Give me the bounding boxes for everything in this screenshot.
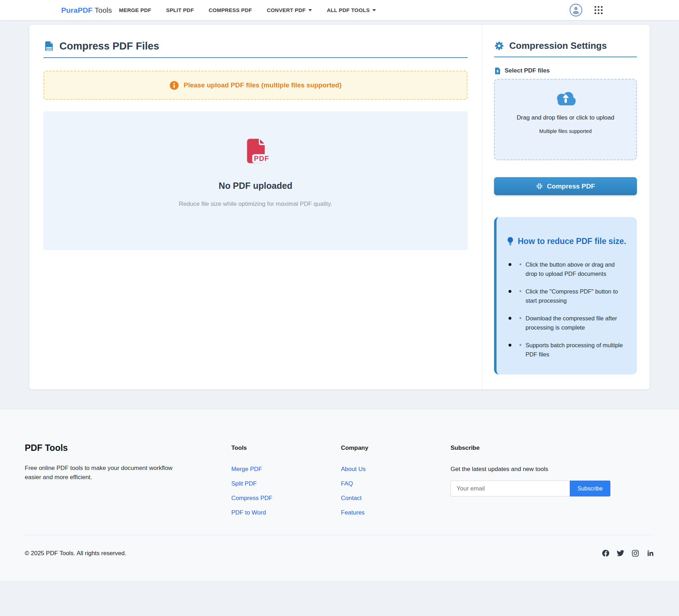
user-avatar-icon [569,4,582,17]
page-title: Compress PDF Files [59,40,159,52]
empty-state-panel: PDF No PDF uploaded Reduce file size whi… [43,111,468,250]
page-title-row: PDF Compress PDF Files [43,40,468,58]
chevron-down-icon [308,9,312,11]
footer-subscribe-column: Subscribe Get the latest updates and new… [451,443,654,516]
svg-text:PDF: PDF [47,48,52,51]
howto-panel: How to reduce PDF file size. Click the b… [494,217,637,374]
footer-about: PDF Tools Free online PDF tools to make … [25,443,231,516]
subscribe-text: Get the latest updates and new tools [451,466,654,473]
footer-divider [25,535,654,535]
gear-icon [494,41,504,51]
linkedin-icon[interactable] [646,549,654,557]
instagram-icon[interactable] [631,549,639,557]
footer-link-faq[interactable]: FAQ [341,480,451,487]
copyright-text: © 2025 PDF Tools. All rights reserved. [25,550,126,557]
footer-link-pdf-to-word[interactable]: PDF to Word [231,509,341,516]
compress-pdf-button-label: Compress PDF [547,182,595,190]
howto-step: Download the compressed file after proce… [508,314,627,332]
footer-tools-heading: Tools [231,444,341,452]
header-actions [569,4,603,17]
email-field[interactable] [451,481,570,496]
nav-all-pdf-tools[interactable]: ALL PDF TOOLS [327,7,376,13]
main-card: PDF Compress PDF Files Please upload PDF… [29,25,650,389]
upload-warning-banner: Please upload PDF files (multiple files … [43,71,468,100]
footer-link-about-us[interactable]: About Us [341,466,451,473]
apps-grid-button[interactable] [594,6,603,14]
empty-state-subtitle: Reduce file size while optimizing for ma… [179,201,332,208]
nav-compress-pdf[interactable]: COMPRESS PDF [209,7,252,13]
dropzone-primary-text: Drag and drop files or click to upload [517,114,614,121]
select-files-label-row: Select PDF files [494,67,637,74]
howto-step: Supports batch processing of multiple PD… [508,341,627,359]
nav-convert-pdf[interactable]: CONVERT PDF [267,7,312,13]
footer-tools-column: Tools Merge PDF Split PDF Compress PDF P… [231,443,341,516]
footer-bottom-row: © 2025 PDF Tools. All rights reserved. [25,549,654,557]
empty-state-title: No PDF uploaded [219,181,292,191]
howto-steps: Click the button above or drag and drop … [506,260,627,359]
sidebar-title: Compression Settings [509,40,607,51]
svg-text:PDF: PDF [254,155,269,162]
main-nav: MERGE PDF SPLIT PDF COMPRESS PDF CONVERT… [119,7,376,13]
info-icon [169,81,179,90]
brand-logo[interactable]: PuraPDF Tools [61,6,112,14]
nav-merge-pdf[interactable]: MERGE PDF [119,7,151,13]
howto-step: Click the "Compress PDF" button to start… [508,287,627,305]
pdf-file-icon: PDF [43,41,54,52]
select-files-label: Select PDF files [505,67,550,74]
footer-link-contact[interactable]: Contact [341,495,451,502]
upload-warning-text: Please upload PDF files (multiple files … [184,81,342,89]
subscribe-form: Subscribe [451,481,610,496]
sidebar-title-row: Compression Settings [494,40,637,57]
top-navbar: PuraPDF Tools MERGE PDF SPLIT PDF COMPRE… [0,0,679,20]
compress-icon [536,182,543,190]
file-upload-icon [494,67,501,74]
apps-grid-icon [594,6,603,14]
dropzone-secondary-text: Multiple files supported [539,128,592,134]
howto-title: How to reduce PDF file size. [518,236,626,247]
lightbulb-icon [506,237,515,246]
social-links [602,549,654,557]
file-dropzone[interactable]: Drag and drop files or click to upload M… [494,79,637,160]
footer-subscribe-heading: Subscribe [451,444,654,452]
nav-split-pdf[interactable]: SPLIT PDF [166,7,194,13]
twitter-icon[interactable] [616,549,625,557]
compress-pdf-button[interactable]: Compress PDF [494,177,637,195]
brand-name: PuraPDF [61,6,93,14]
content-area: PDF Compress PDF Files Please upload PDF… [29,25,482,389]
settings-sidebar: Compression Settings Select PDF files [482,25,650,389]
pdf-document-icon: PDF [242,137,270,165]
howto-title-row: How to reduce PDF file size. [506,236,627,247]
user-avatar-button[interactable] [569,4,582,17]
footer-company-heading: Company [341,444,451,452]
footer-company-column: Company About Us FAQ Contact Features [341,443,451,516]
footer-link-merge-pdf[interactable]: Merge PDF [231,466,341,473]
page-footer: PDF Tools Free online PDF tools to make … [0,409,679,581]
chevron-down-icon [372,9,376,11]
footer-columns: PDF Tools Free online PDF tools to make … [25,443,654,516]
howto-step: Click the button above or drag and drop … [508,260,627,278]
cloud-upload-icon [554,90,577,106]
footer-about-description: Free online PDF tools to make your docum… [25,464,184,482]
footer-link-features[interactable]: Features [341,509,451,516]
facebook-icon[interactable] [602,549,610,557]
footer-link-compress-pdf[interactable]: Compress PDF [231,495,341,502]
footer-link-split-pdf[interactable]: Split PDF [231,480,341,487]
brand-suffix: Tools [95,6,112,14]
footer-about-title: PDF Tools [25,443,207,453]
subscribe-button[interactable]: Subscribe [570,481,610,496]
